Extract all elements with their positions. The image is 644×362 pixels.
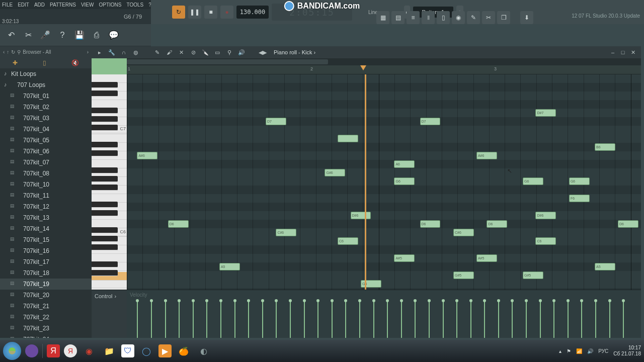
undo-icon[interactable]: ↶ — [5, 29, 17, 41]
browser-item[interactable]: 707kit_19 — [0, 279, 92, 290]
shield-icon[interactable]: 🛡 — [121, 344, 134, 357]
chrome-icon[interactable]: ◯ — [138, 343, 154, 359]
piano-keys[interactable]: C7C6 — [92, 74, 127, 290]
piano-roll-hscroll[interactable] — [92, 58, 641, 65]
pr-draw-icon[interactable]: ✎ — [153, 48, 161, 56]
note[interactable]: A#5 — [394, 254, 415, 262]
expand-icon[interactable]: › — [87, 49, 89, 55]
browser-item[interactable]: 707kit_11 — [0, 190, 92, 201]
pr-maximize-icon[interactable]: □ — [619, 48, 627, 56]
explorer-icon[interactable]: 📁 — [101, 343, 117, 359]
browser-item[interactable]: 707kit_15 — [0, 234, 92, 245]
back-icon[interactable]: ‹ — [3, 49, 5, 55]
browser-item[interactable]: 707kit_08 — [0, 168, 92, 179]
note[interactable]: F6 — [569, 195, 590, 202]
note[interactable]: D#6 — [351, 212, 371, 219]
scroll-thumb[interactable] — [127, 59, 328, 64]
menu-file[interactable]: FILE — [2, 2, 13, 8]
refresh-icon[interactable]: ↻ — [11, 49, 15, 55]
plugin-button[interactable]: ◉ — [452, 11, 465, 24]
browser-item[interactable]: 707kit_13 — [0, 212, 92, 223]
mixer-button[interactable]: ⫴ — [422, 11, 435, 24]
tray-lang[interactable]: РУС — [598, 348, 608, 354]
browser-item[interactable]: 707kit_17 — [0, 256, 92, 267]
pr-magnet-icon[interactable]: ∩ — [120, 48, 128, 56]
note-grid[interactable]: D#7D7D7B6A#6A#6A6G#6G6G6G6F6D#6D#6D6D6D6… — [127, 74, 641, 290]
note[interactable]: A#5 — [476, 254, 497, 262]
note[interactable]: C6 — [338, 237, 358, 245]
piano-roll-title[interactable]: Piano roll - Kick › — [274, 49, 315, 55]
tool1-button[interactable]: ✎ — [467, 11, 480, 24]
browser-item[interactable]: 707kit_16 — [0, 245, 92, 256]
export-icon[interactable]: ⎙ — [91, 29, 103, 41]
browser-item[interactable]: 707kit_06 — [0, 146, 92, 157]
save-icon[interactable]: 💾 — [73, 29, 86, 41]
menu-options[interactable]: OPTIONS — [99, 2, 121, 8]
start-button[interactable] — [3, 342, 21, 360]
note[interactable]: D6 — [487, 220, 507, 228]
browser-item[interactable]: 707kit_12 — [0, 201, 92, 212]
tool2-button[interactable]: ✂ — [482, 11, 495, 24]
menu-add[interactable]: ADD — [34, 2, 45, 8]
play-pattern-button[interactable]: ↻ — [172, 6, 185, 19]
note[interactable]: D7 — [266, 118, 286, 125]
pr-slice-icon[interactable]: 🔪 — [201, 48, 209, 56]
yandex-browser-icon[interactable]: Я — [64, 344, 77, 357]
note[interactable]: G6 — [394, 177, 415, 185]
browser-item[interactable]: 707kit_07 — [0, 157, 92, 168]
tool3-button[interactable]: ❐ — [497, 11, 510, 24]
browser-item[interactable]: 707kit_18 — [0, 267, 92, 279]
menu-patterns[interactable]: PATTERNS — [50, 2, 76, 8]
playlist-button[interactable]: ▦ — [376, 11, 389, 24]
fl-studio-icon[interactable]: 🍊 — [176, 343, 192, 359]
note[interactable]: A5 — [595, 263, 615, 270]
piano-roll-button[interactable]: ▤ — [391, 11, 405, 24]
pr-wrench-icon[interactable]: 🔧 — [108, 48, 116, 56]
playhead-marker[interactable] — [360, 65, 366, 70]
browser-item[interactable]: 707kit_24 — [0, 334, 92, 338]
note[interactable]: A#6 — [476, 152, 497, 159]
cortana-icon[interactable] — [25, 344, 38, 357]
note[interactable]: B6 — [595, 143, 615, 151]
tray-network-icon[interactable]: 📶 — [576, 348, 582, 354]
note[interactable]: G6 — [523, 177, 543, 185]
help-icon[interactable]: ? — [56, 29, 68, 41]
browser-item[interactable]: 707kit_23 — [0, 323, 92, 334]
note[interactable]: D6 — [618, 220, 638, 228]
browser-item[interactable]: 707kit_05 — [0, 135, 92, 146]
overview-thumbnail[interactable] — [92, 58, 127, 74]
browser-item[interactable]: 707kit_03 — [0, 113, 92, 124]
menu-tools[interactable]: TOOLS — [126, 2, 143, 8]
browser-item[interactable]: 707kit_20 — [0, 290, 92, 301]
pr-play-icon[interactable]: ▸ — [96, 48, 104, 56]
channel-rack-button[interactable]: ≡ — [407, 11, 420, 24]
tray-up-icon[interactable]: ▴ — [559, 348, 561, 354]
pr-close-icon[interactable]: ✕ — [629, 48, 637, 56]
record-button[interactable]: ● — [220, 6, 233, 19]
browser-item[interactable]: 707kit_02 — [0, 102, 92, 113]
pr-minimize-icon[interactable]: – — [609, 48, 617, 56]
note[interactable]: D6 — [420, 220, 441, 228]
note[interactable] — [338, 135, 358, 142]
up-icon[interactable]: ↑ — [7, 49, 9, 55]
news-ticker[interactable]: 12 07 FL Studio 20.0.3 Update — [572, 13, 640, 19]
chat-icon[interactable]: 💬 — [108, 29, 120, 41]
taskbar-clock[interactable]: 10:17Сб 21.07.18 — [613, 345, 641, 357]
stop-button[interactable]: ■ — [204, 6, 217, 19]
browser-button[interactable]: ▯ — [437, 11, 450, 24]
pr-select-icon[interactable]: ▭ — [213, 48, 221, 56]
note[interactable]: G#5 — [453, 272, 474, 279]
note[interactable]: A5 — [219, 263, 240, 270]
tray-flag-icon[interactable]: ⚑ — [567, 348, 571, 354]
tray-volume-icon[interactable]: 🔊 — [587, 348, 593, 354]
piano-roll-timeline[interactable]: 1 2 3 — [92, 65, 641, 74]
note[interactable]: G6 — [569, 177, 590, 185]
note[interactable]: D6 — [168, 220, 189, 228]
pr-paint-icon[interactable]: 🖌 — [165, 48, 173, 56]
app-icon[interactable]: ◐ — [196, 343, 212, 359]
note[interactable]: A6 — [394, 160, 415, 168]
browser-item[interactable]: 707kit_01 — [0, 90, 92, 102]
pr-playback-icon[interactable]: 🔊 — [237, 48, 246, 56]
browser-folder-sub[interactable]: 707 Loops — [0, 79, 92, 90]
browser-item[interactable]: 707kit_22 — [0, 312, 92, 323]
